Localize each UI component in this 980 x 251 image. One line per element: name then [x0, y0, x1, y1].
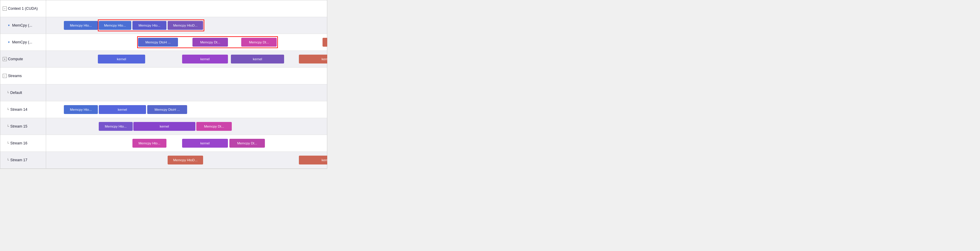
label-text-stream16: Stream 16	[10, 141, 27, 145]
block-memcpy1-0[interactable]: Memcpy Hto...	[64, 21, 98, 30]
child-icon: └	[7, 108, 9, 111]
block-stream15-2[interactable]: Memcpy Dt...	[196, 122, 232, 131]
label-text-stream15: Stream 15	[10, 124, 27, 128]
block-compute-0[interactable]: kernel	[98, 55, 145, 63]
block-memcpy2-2[interactable]: Memcpy Dt...	[241, 38, 277, 47]
block-stream16-1[interactable]: kernel	[182, 139, 228, 148]
row-stream15: └Stream 15Memcpy Hto...kernelMemcpy Dt..…	[0, 118, 327, 135]
timeline-streams	[46, 68, 327, 84]
block-stream16-0[interactable]: Memcpy Hto...	[132, 139, 166, 148]
timeline-stream17: Memcpy HtoD...kernelMemcpy Dt...	[46, 152, 327, 168]
label-text-default: Default	[10, 91, 22, 95]
label-context1: −Context 1 (CUDA)	[0, 0, 46, 17]
filter-icon: ▼	[7, 23, 11, 27]
plus-icon[interactable]: +	[3, 57, 7, 61]
block-stream16-2[interactable]: Memcpy Dt...	[229, 139, 265, 148]
child-icon: └	[7, 158, 9, 162]
block-memcpy2-extra[interactable]: Memcpy Dt...	[323, 38, 327, 47]
filter-icon: ▼	[7, 40, 11, 44]
minus-icon[interactable]: −	[3, 74, 7, 78]
timeline-stream14: Memcpy Hto...kernelMemcpy DtoH ...	[46, 101, 327, 118]
timeline-context1	[46, 0, 327, 17]
label-text-stream17: Stream 17	[10, 158, 27, 162]
label-text-stream14: Stream 14	[10, 107, 27, 112]
row-streams: −Streams	[0, 68, 327, 84]
block-stream14-0[interactable]: Memcpy Hto...	[64, 105, 98, 114]
block-memcpy2-1[interactable]: Memcpy Dt...	[192, 38, 228, 47]
row-stream14: └Stream 14Memcpy Hto...kernelMemcpy DtoH…	[0, 101, 327, 118]
block-memcpy1-2[interactable]: Memcpy Hto...	[132, 21, 166, 30]
block-memcpy1-3[interactable]: Memcpy HtoD...	[168, 21, 203, 30]
label-default: └Default	[0, 84, 46, 101]
child-icon: └	[7, 141, 9, 145]
row-stream16: └Stream 16Memcpy Hto...kernelMemcpy Dt..…	[0, 135, 327, 152]
row-memcpy1: ▼MemCpy (...Memcpy Hto...Memcpy Hto...Me…	[0, 17, 327, 34]
label-stream16: └Stream 16	[0, 135, 46, 152]
block-memcpy2-0[interactable]: Memcpy DtoH ...	[138, 38, 178, 47]
minus-icon[interactable]: −	[3, 6, 7, 11]
label-text-memcpy2: MemCpy (...	[12, 40, 32, 44]
timeline-container: −Context 1 (CUDA)▼MemCpy (...Memcpy Hto.…	[0, 0, 327, 169]
label-stream15: └Stream 15	[0, 118, 46, 135]
label-streams: −Streams	[0, 68, 46, 84]
block-stream15-0[interactable]: Memcpy Hto...	[99, 122, 133, 131]
block-stream14-1[interactable]: kernel	[99, 105, 146, 114]
block-compute-3[interactable]: kernel	[299, 55, 327, 63]
label-text-compute: Compute	[8, 57, 23, 61]
label-memcpy2: ▼MemCpy (...	[0, 34, 46, 51]
timeline-stream16: Memcpy Hto...kernelMemcpy Dt...	[46, 135, 327, 152]
row-context1: −Context 1 (CUDA)	[0, 0, 327, 17]
block-stream14-2[interactable]: Memcpy DtoH ...	[147, 105, 187, 114]
block-compute-2[interactable]: kernel	[231, 55, 284, 63]
label-memcpy1: ▼MemCpy (...	[0, 17, 46, 34]
timeline-stream15: Memcpy Hto...kernelMemcpy Dt...	[46, 118, 327, 135]
label-compute: +Compute	[0, 51, 46, 67]
label-stream14: └Stream 14	[0, 101, 46, 118]
label-text-streams: Streams	[8, 74, 22, 78]
row-memcpy2: ▼MemCpy (...Memcpy DtoH ...Memcpy Dt...M…	[0, 34, 327, 51]
child-icon: └	[7, 91, 9, 95]
label-text-context1: Context 1 (CUDA)	[8, 6, 38, 11]
block-memcpy1-1[interactable]: Memcpy Hto...	[99, 21, 131, 30]
label-stream17: └Stream 17	[0, 152, 46, 168]
row-default: └Default	[0, 84, 327, 101]
row-compute: +Computekernelkernelkernelkernel	[0, 51, 327, 68]
block-stream17-0[interactable]: Memcpy HtoD...	[168, 156, 203, 164]
block-stream15-1[interactable]: kernel	[133, 122, 196, 131]
child-icon: └	[7, 125, 9, 128]
timeline-compute: kernelkernelkernelkernel	[46, 51, 327, 67]
label-text-memcpy1: MemCpy (...	[12, 23, 32, 27]
block-stream17-1[interactable]: kernel	[299, 156, 327, 164]
timeline-memcpy1: Memcpy Hto...Memcpy Hto...Memcpy Hto...M…	[46, 17, 327, 34]
block-compute-1[interactable]: kernel	[182, 55, 228, 63]
row-stream17: └Stream 17Memcpy HtoD...kernelMemcpy Dt.…	[0, 152, 327, 169]
timeline-default	[46, 84, 327, 101]
timeline-memcpy2: Memcpy DtoH ...Memcpy Dt...Memcpy Dt...M…	[46, 34, 327, 51]
